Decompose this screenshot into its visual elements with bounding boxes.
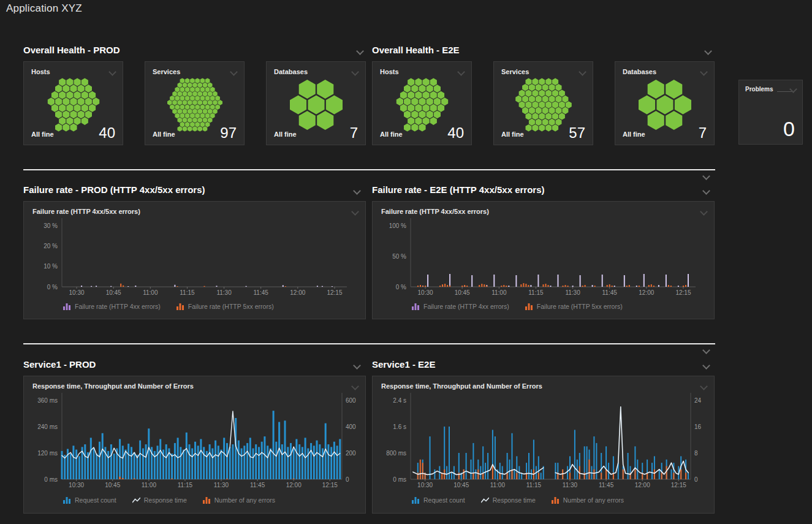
svg-text:12:15: 12:15 <box>671 482 686 488</box>
svg-text:240 ms: 240 ms <box>37 423 58 430</box>
health-tile-hosts-prod[interactable]: Hosts All fine40 <box>23 61 123 145</box>
health-honeycomb <box>384 78 460 132</box>
chart-legend: Request countResponse timeNumber of any … <box>412 496 624 504</box>
legend-item[interactable]: Failure rate (HTTP 5xx errors) <box>525 303 623 310</box>
svg-text:11:00: 11:00 <box>143 289 158 296</box>
svg-text:0 %: 0 % <box>47 284 58 290</box>
legend-item[interactable]: Number of any errors <box>552 496 624 504</box>
chevron-down-icon[interactable] <box>579 68 586 76</box>
chevron-down-icon[interactable] <box>702 362 710 370</box>
chevron-down-icon[interactable] <box>356 47 364 55</box>
chevron-down-icon[interactable] <box>702 187 710 195</box>
health-tile-databases-prod[interactable]: Databases All fine7 <box>266 61 366 145</box>
svg-text:0 ms: 0 ms <box>44 476 58 483</box>
bar-series-icon <box>525 303 533 310</box>
entity-count: 7 <box>350 126 358 140</box>
svg-text:16: 16 <box>694 423 702 430</box>
legend-item[interactable]: Response time <box>481 496 536 504</box>
svg-text:200: 200 <box>346 450 356 457</box>
health-honeycomb <box>157 78 233 132</box>
svg-text:10:30: 10:30 <box>417 482 433 488</box>
svg-text:2.4 s: 2.4 s <box>393 397 406 404</box>
status-label: All fine <box>31 131 54 140</box>
chevron-down-icon[interactable] <box>457 68 465 76</box>
health-tile-hosts-e2e[interactable]: Hosts All fine40 <box>372 61 472 145</box>
status-label: All fine <box>501 131 524 140</box>
line-series-icon <box>481 497 489 504</box>
chevron-down-icon[interactable] <box>702 172 710 180</box>
service-prod-chart-tile[interactable]: Response time, Throughput and Number of … <box>23 376 366 514</box>
bar-series-icon <box>203 497 211 504</box>
health-tile-services-e2e[interactable]: Services All fine57 <box>493 61 593 145</box>
svg-text:10:30: 10:30 <box>69 289 85 296</box>
section-title-failure-e2e: Failure rate - E2E (HTTP 4xx/5xx errors) <box>372 184 545 195</box>
status-label: All fine <box>153 131 175 140</box>
svg-text:11:15: 11:15 <box>528 289 544 296</box>
service-e2e-chart[interactable]: 2.4 s1.6 s800 ms0 ms24168010:3010:4511:0… <box>373 376 714 513</box>
problems-tile[interactable]: Problems 0 <box>738 80 803 145</box>
failure-e2e-chart[interactable]: 100 %50 %0 %10:3010:4511:0011:1511:3011:… <box>373 202 714 319</box>
chart-legend: Failure rate (HTTP 4xx errors)Failure ra… <box>412 303 623 310</box>
bar-series-icon <box>552 497 560 504</box>
svg-text:10:45: 10:45 <box>106 289 121 296</box>
health-tile-services-prod[interactable]: Services All fine97 <box>145 61 245 145</box>
svg-text:400: 400 <box>346 423 356 430</box>
chevron-down-icon[interactable] <box>704 47 712 55</box>
tile-title: Problems <box>745 86 773 93</box>
legend-item[interactable]: Request count <box>63 496 116 504</box>
svg-text:20 %: 20 % <box>44 243 58 249</box>
legend-item[interactable]: Request count <box>412 496 465 504</box>
svg-text:120 ms: 120 ms <box>37 450 58 457</box>
tile-title: Databases <box>274 68 308 75</box>
bar-series-icon <box>63 303 71 310</box>
bar-series-icon <box>412 303 420 310</box>
service-e2e-chart-tile[interactable]: Response time, Throughput and Number of … <box>372 376 715 514</box>
chevron-down-icon[interactable] <box>353 362 361 370</box>
legend-label: Response time <box>144 496 187 504</box>
status-label: All fine <box>623 131 645 140</box>
health-honeycomb <box>627 78 703 132</box>
bar-series-icon <box>412 497 420 504</box>
svg-text:24: 24 <box>694 397 702 404</box>
chevron-down-icon[interactable] <box>702 346 710 354</box>
tile-title: Databases <box>623 68 656 75</box>
chevron-down-icon[interactable] <box>230 68 238 76</box>
svg-text:11:45: 11:45 <box>250 482 265 488</box>
legend-item[interactable]: Failure rate (HTTP 4xx errors) <box>63 303 161 310</box>
legend-label: Request count <box>423 496 465 504</box>
svg-text:10:30: 10:30 <box>69 482 84 488</box>
entity-count: 7 <box>699 126 707 140</box>
legend-item[interactable]: Failure rate (HTTP 4xx errors) <box>412 303 509 310</box>
legend-item[interactable]: Failure rate (HTTP 5xx errors) <box>176 303 274 310</box>
tile-title: Hosts <box>380 68 399 75</box>
line-series-icon <box>132 497 140 504</box>
section-title-service-e2e: Service1 - E2E <box>372 359 435 370</box>
svg-text:11:15: 11:15 <box>526 482 542 488</box>
svg-text:800 ms: 800 ms <box>386 450 406 457</box>
failure-e2e-chart-tile[interactable]: Failure rate (HTTP 4xx/5xx errors) 100 %… <box>372 201 715 319</box>
section-title-health-e2e: Overall Health - E2E <box>372 45 460 55</box>
legend-item[interactable]: Number of any errors <box>203 496 275 504</box>
chevron-down-icon[interactable] <box>108 68 116 76</box>
legend-label: Failure rate (HTTP 4xx errors) <box>75 303 161 310</box>
chevron-down-icon[interactable] <box>700 68 708 76</box>
svg-text:11:00: 11:00 <box>490 482 506 488</box>
service-prod-chart[interactable]: 360 ms240 ms120 ms0 ms600400200010:3010:… <box>24 376 365 513</box>
dashboard-title: Application XYZ <box>6 2 82 15</box>
svg-text:0 %: 0 % <box>396 284 406 290</box>
svg-text:11:15: 11:15 <box>180 289 195 296</box>
chevron-down-icon[interactable] <box>351 68 359 76</box>
failure-prod-chart-tile[interactable]: Failure rate (HTTP 4xx/5xx errors) 30 %2… <box>23 201 366 319</box>
status-label: All fine <box>274 131 297 140</box>
entity-count: 40 <box>447 126 464 140</box>
section-title-health-prod: Overall Health - PROD <box>23 45 120 55</box>
svg-text:12:00: 12:00 <box>635 482 650 488</box>
legend-item[interactable]: Response time <box>132 496 187 504</box>
failure-prod-chart[interactable]: 30 %20 %10 %0 %10:3010:4511:0011:1511:30… <box>24 202 365 319</box>
chevron-down-icon[interactable] <box>353 187 361 195</box>
svg-text:11:30: 11:30 <box>565 289 580 296</box>
problems-sparkline <box>777 91 792 92</box>
svg-text:11:45: 11:45 <box>599 482 614 488</box>
svg-text:30 %: 30 % <box>44 222 58 229</box>
health-tile-databases-e2e[interactable]: Databases All fine7 <box>615 61 715 145</box>
